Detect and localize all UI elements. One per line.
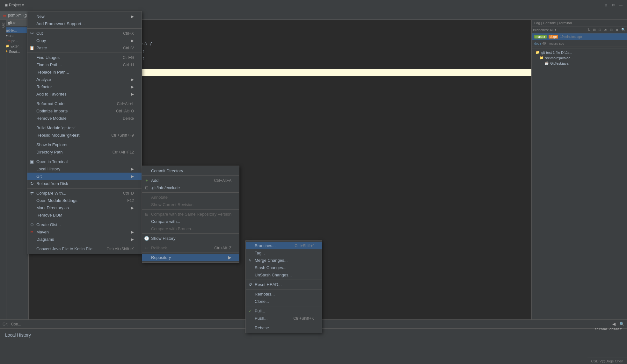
menu-item-convert-kotlin[interactable]: Convert Java File to Kotlin File Ctrl+Al… — [27, 245, 142, 253]
sep4 — [27, 123, 142, 123]
second-commit-label: second commit — [594, 327, 622, 331]
git-sep3 — [142, 209, 239, 210]
menu-item-add-framework[interactable]: Add Framework Support... — [27, 20, 142, 27]
git-menu-repository[interactable]: Repository ▶ — [142, 254, 239, 261]
search2-icon[interactable]: 🔍 — [619, 322, 624, 326]
git-menu-compare-branch: Compare with Branch... — [142, 225, 239, 232]
menu-item-rebuild-module[interactable]: Rebuild Module 'git-test' Ctrl+Shift+F9 — [27, 132, 142, 139]
menu-item-maven[interactable]: m Maven ▶ — [27, 228, 142, 236]
repo-menu-merge[interactable]: ⑂ Merge Changes... — [246, 257, 322, 264]
arrow-icon-analyze: ▶ — [131, 77, 134, 82]
menu-item-remove-module[interactable]: Remove Module Delete — [27, 115, 142, 122]
menu-item-new[interactable]: New ▶ — [27, 13, 142, 20]
repo-menu-stash[interactable]: Stash Changes... — [246, 264, 322, 271]
arrow-icon-refactor: ▶ — [131, 84, 134, 89]
repo-menu-remotes[interactable]: Remotes... — [246, 290, 322, 298]
menu-item-refactor[interactable]: Refactor ▶ — [27, 83, 142, 90]
merge-icon: ⑂ — [248, 258, 253, 263]
left-icon-bar: Git: — [0, 20, 6, 319]
menu-item-add-favorites[interactable]: Add to Favorites ▶ — [27, 90, 142, 98]
menu-item-find-in-path[interactable]: Find in Path... Ctrl+H — [27, 61, 142, 68]
scissors-icon: ✂ — [29, 31, 34, 36]
repo-sep1 — [246, 280, 322, 280]
repo-menu-clone[interactable]: Clone... — [246, 298, 322, 305]
java-file-icon: ☕ — [544, 61, 549, 65]
nav-left-icon[interactable]: ◀ — [612, 322, 616, 326]
repo-menu-tag[interactable]: Tag... — [246, 249, 322, 257]
git-menu-compare-with[interactable]: Compare with... — [142, 218, 239, 225]
git-menu-compare-same-repo: ⊞ Compare with the Same Repository Versi… — [142, 211, 239, 218]
repo-sep3 — [246, 306, 322, 306]
menu-item-git[interactable]: Git ▶ — [27, 173, 142, 180]
file-item-1[interactable]: 📁 git-test 1 file D:\Ja... — [533, 50, 626, 55]
collapse-icon[interactable]: ⊞ — [593, 28, 596, 32]
maven-file-icon: m — [8, 39, 11, 43]
search-icon[interactable]: 🔍 — [621, 28, 626, 32]
settings-icon[interactable]: ⚙ — [611, 3, 615, 7]
menu-item-show-explorer[interactable]: Show in Explorer — [27, 141, 142, 148]
paste-icon: 📋 — [29, 46, 34, 50]
git-menu-gitinfo[interactable]: ⊡ .git/info/exclude — [142, 184, 239, 191]
branch-filter-dropdown[interactable]: ▾ — [555, 28, 557, 32]
menu-item-reformat[interactable]: Reformat Code Ctrl+Alt+L — [27, 100, 142, 107]
compare2-icon: ⊞ — [144, 212, 149, 217]
pause-icon[interactable]: ⏸ — [615, 28, 619, 32]
history-icon: 🕐 — [144, 236, 149, 241]
git-menu-add[interactable]: + Add Ctrl+Alt+A — [142, 177, 239, 184]
menu-item-mark-dir[interactable]: Mark Directory as ▶ — [27, 204, 142, 211]
repo-menu-reset-head[interactable]: ↺ Reset HEAD... — [246, 281, 322, 288]
menu-item-reload-disk[interactable]: ↻ Reload from Disk — [27, 180, 142, 187]
repo-menu-rebase[interactable]: Rebase... — [246, 324, 322, 332]
folder3-icon: 📁 — [536, 50, 540, 54]
menu-item-compare-with[interactable]: ⇄ Compare With... Ctrl+D — [27, 189, 142, 197]
repo-menu-pull[interactable]: ✓ Pull... — [246, 307, 322, 315]
file-item-2[interactable]: 📁 src\main\java\co... — [533, 55, 626, 61]
menu-item-replace-in-path[interactable]: Replace in Path... — [27, 68, 142, 76]
sep1 — [27, 28, 142, 29]
expand-icon[interactable]: ⊡ — [598, 28, 601, 32]
doge-branch-tag: doge — [549, 35, 558, 39]
compare-icon: ⇄ — [29, 191, 34, 196]
eye-icon[interactable]: 👁 — [604, 28, 607, 32]
minimize-icon[interactable]: — — [619, 3, 623, 7]
refresh-icon[interactable]: ↻ — [587, 28, 590, 32]
menu-item-remove-bom[interactable]: Remove BOM — [27, 211, 142, 219]
repo-menu-unstash[interactable]: UnStash Changes... — [246, 271, 322, 279]
menu-item-optimize-imports[interactable]: Optimize Imports Ctrl+Alt+O — [27, 107, 142, 115]
menu-item-build-module[interactable]: Build Module 'git-test' — [27, 124, 142, 132]
git-menu-show-current-revision: Show Current Revision — [142, 201, 239, 208]
project-label[interactable]: ▣ Project ▾ — [3, 3, 26, 7]
commit-item-1[interactable]: master doge 19 minutes ago — [532, 33, 627, 40]
sync-icon[interactable]: ⊕ — [604, 3, 608, 7]
project-icon: ▣ — [4, 3, 8, 7]
repo-menu-branches[interactable]: Branches... Ctrl+Shift+` — [246, 242, 322, 249]
src-folder-icon: 📁 — [539, 56, 544, 60]
menu-item-dir-path[interactable]: Directory Path Ctrl+Alt+F12 — [27, 148, 142, 156]
menu-item-local-history[interactable]: Local History ▶ — [27, 165, 142, 173]
arrow-icon-maven: ▶ — [131, 230, 134, 234]
menu-item-analyze[interactable]: Analyze ▶ — [27, 76, 142, 83]
repo-menu-push[interactable]: Push... Ctrl+Shift+K — [246, 315, 322, 322]
filter-icon[interactable]: ⊟ — [610, 28, 613, 32]
right-panel-header: Log | Console | Terminal — [532, 20, 627, 26]
menu-item-paste[interactable]: 📋 Paste Ctrl+V — [27, 44, 142, 52]
commit-item-2[interactable]: doge 49 minutes ago — [532, 40, 627, 47]
arrow-icon-markdir: ▶ — [131, 205, 134, 210]
menu-item-find-usages[interactable]: Find Usages Ctrl+G — [27, 54, 142, 61]
sep5 — [27, 140, 142, 140]
repo-sep2 — [246, 289, 322, 289]
menu-item-cut[interactable]: ✂ Cut Ctrl+X — [27, 30, 142, 37]
file-item-3[interactable]: ☕ GitTest.java — [533, 61, 626, 66]
git-menu-show-history[interactable]: 🕐 Show History — [142, 235, 239, 242]
context-menu-level1: New ▶ Add Framework Support... ✂ Cut Ctr… — [27, 11, 142, 254]
menu-item-diagrams[interactable]: Diagrams ▶ — [27, 236, 142, 243]
menu-item-create-gist[interactable]: ⊙ Create Gist... — [27, 221, 142, 228]
check-icon: ✓ — [248, 309, 253, 313]
menu-item-module-settings[interactable]: Open Module Settings F12 — [27, 197, 142, 204]
git-menu-commit-dir[interactable]: Commit Directory... — [142, 167, 239, 175]
left-icon-1[interactable]: Git: — [1, 22, 5, 28]
reload-icon: ↻ — [29, 181, 34, 186]
context-menu-level3: Branches... Ctrl+Shift+` Tag... ⑂ Merge … — [245, 240, 322, 333]
menu-item-copy[interactable]: Copy ▶ — [27, 37, 142, 44]
menu-item-open-terminal[interactable]: ▣ Open in Terminal — [27, 158, 142, 165]
